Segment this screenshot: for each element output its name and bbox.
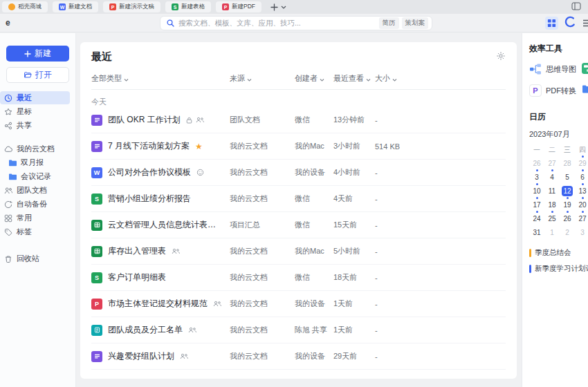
calendar-day[interactable]: 5 [560,169,575,182]
calendar-day[interactable]: 26 [529,155,544,169]
calendar-day[interactable]: 31 [529,224,544,238]
toggle-panel-icon[interactable] [571,1,581,13]
otl-doc-icon [91,115,102,126]
weekday-label: 二 [544,145,560,155]
event-dot [567,211,569,213]
doc-source: 我的云文档 [230,141,295,151]
doc-viewed: 1天前 [333,325,375,335]
table-row[interactable]: 兴趣爱好组队计划我的云文档我的设备29天前- [91,343,506,370]
calendar-day[interactable]: 11 [544,182,560,196]
doc-size: - [375,247,506,256]
lock-icon [186,117,192,124]
day-number: 26 [531,158,542,169]
search-input[interactable]: 搜索文档、模板、文库、应用、技巧... 简历策划案 [160,16,432,30]
doc-name: 云文档管理人员信息统计表格验收 [108,219,219,231]
filter-1[interactable]: 来源 [230,73,295,84]
tools-title: 效率工具 [529,43,588,55]
table-row[interactable]: S营销小组业绩分析报告我的云文档微信4天前- [91,186,506,212]
doc-viewed: 1天前 [333,299,375,309]
table-row[interactable]: W公司对外合作协议模板我的云文档我的设备4小时前- [91,160,506,186]
calendar-day[interactable]: 10 [529,182,544,196]
calendar-day[interactable]: 2 [560,224,575,238]
sidebar-item-8[interactable]: 常用 [0,211,75,225]
calendar-day[interactable]: 25 [544,210,560,224]
calendar-day[interactable]: 18 [544,196,560,210]
tab-pdf[interactable]: P新建PDF [216,1,261,12]
filter-0[interactable]: 全部类型 [91,73,230,84]
sidebar-item-6[interactable]: 团队文档 [0,184,75,197]
calendar-day[interactable]: 29 [575,155,588,169]
tool-1[interactable]: PPDF转换 [529,84,588,97]
tab-list-chevron-icon[interactable] [281,6,286,9]
flowchart-icon[interactable] [582,63,588,77]
calendar-event[interactable]: 新季度学习计划讨论 [529,264,588,274]
menu-icon[interactable] [582,17,588,30]
calendar-day[interactable]: 1 [544,224,560,238]
apps-grid-icon[interactable] [545,17,558,30]
doc-source: 团队文档 [230,115,295,125]
table-row[interactable]: P市场主体登记提交材料规范我的云文档我的设备1天前- [91,291,506,317]
calendar-day[interactable]: 12 [560,182,575,196]
day-number: 25 [546,214,558,224]
sidebar-item-7[interactable]: 自动备份 [0,198,75,211]
smartsheet-doc-icon [91,220,102,231]
table-row[interactable]: S客户订单明细表我的云文档微信18天前- [91,265,506,291]
doc-source: 我的云文档 [230,351,295,361]
tab-spreadsheet[interactable]: S新建表格 [165,1,211,12]
new-button[interactable]: 新建 [6,46,69,62]
calendar-day[interactable]: 17 [529,196,544,210]
sidebar-item-4[interactable]: 双月报 [0,156,75,169]
calendar-day[interactable]: 4 [544,169,560,182]
sidebar-item-0[interactable]: 最近 [0,91,70,104]
table-row[interactable]: 库存出入管理表我的云文档我的Mac5小时前- [91,238,506,265]
calendar-day[interactable]: 13 [575,182,588,196]
doc-name: 营销小组业绩分析报告 [108,193,191,205]
tab-writer-doc[interactable]: W新建文档 [53,1,98,12]
calendar-day[interactable]: 24 [529,210,544,224]
sidebar-item-3[interactable]: 我的云文档 [0,142,75,155]
sidebar-item-1[interactable]: 星标 [0,105,75,118]
filter-label: 来源 [230,73,245,84]
calendar-day[interactable]: 27 [544,155,560,169]
table-row[interactable]: 团队 OKR 工作计划团队文档微信13分钟前- [91,107,506,133]
mindmap-icon [529,63,542,75]
settings-gear-icon[interactable] [496,51,506,64]
calendar-month[interactable]: 2023年07月 [529,129,588,140]
chevron-down-icon [124,75,129,83]
table-row[interactable]: 7 月线下活动策划方案★我的云文档我的Mac3小时前514 KB [91,133,506,160]
search-tag[interactable]: 简历 [379,17,399,29]
calendar-day[interactable]: 27 [575,210,588,224]
event-dot [582,169,584,171]
search-tag[interactable]: 策划案 [402,17,429,29]
tool-0[interactable]: 思维导图 [529,62,588,76]
sidebar-item-9[interactable]: 标签 [0,225,75,238]
sidebar-item-10[interactable]: 回收站 [0,252,75,265]
avatar[interactable] [564,16,576,30]
tab-docer[interactable]: 稻壳商城 [2,1,48,12]
filter-label: 全部类型 [91,73,122,84]
filter-3[interactable]: 最近查看 [333,73,375,84]
calendar-day[interactable]: 20 [575,196,588,210]
table-row[interactable]: 云文档管理人员信息统计表格验收项目汇总微信15天前- [91,212,506,238]
sidebar: 新建 打开 最近星标共享我的云文档双月报会议记录团队文档自动备份常用标签回收站 [0,33,76,387]
star-icon [4,108,12,116]
calendar-day[interactable]: 6 [575,169,588,182]
calendar-day[interactable]: 26 [560,210,575,224]
calendar-day[interactable]: 28 [560,155,575,169]
doc-creator: 我的Mac [295,246,333,256]
day-number: 11 [546,186,558,196]
share-icon [4,122,12,130]
new-tab-button[interactable] [268,1,279,12]
calendar-event[interactable]: 季度总结会 [529,248,588,258]
open-button[interactable]: 打开 [6,67,69,83]
sidebar-item-5[interactable]: 会议记录 [0,170,75,183]
cloud-folder-icon[interactable] [582,84,588,97]
calendar-day[interactable]: 3 [529,169,544,182]
filter-2[interactable]: 创建者 [295,73,333,84]
calendar-day[interactable]: 19 [560,196,575,210]
filter-4[interactable]: 大小 [375,73,506,84]
sidebar-item-2[interactable]: 共享 [0,119,75,132]
tab-presentation[interactable]: P新建演示文稿 [103,1,160,12]
calendar-day[interactable]: 3 [575,224,588,238]
table-row[interactable]: 团队成员及分工名单我的云文档陈旭 共享1天前- [91,317,506,343]
